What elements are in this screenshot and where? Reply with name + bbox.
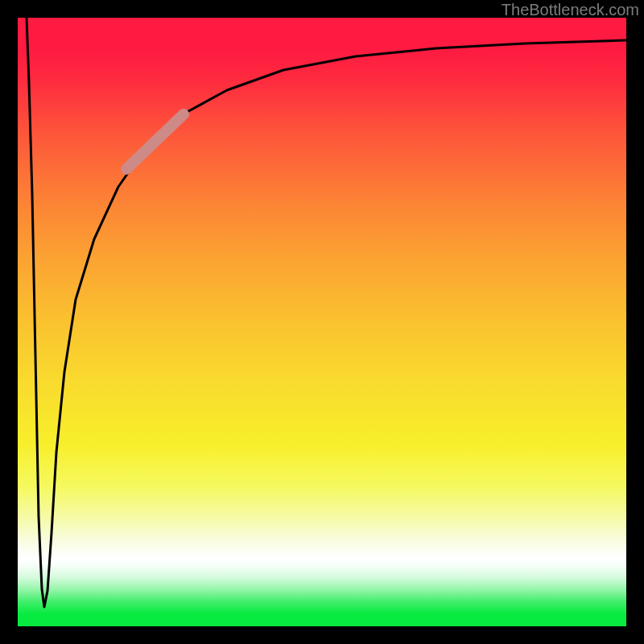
bottleneck-curve — [27, 18, 626, 607]
highlight-segment — [126, 114, 184, 169]
curve-layer — [18, 18, 626, 626]
chart-canvas: TheBottleneck.com — [0, 0, 644, 644]
watermark-text: TheBottleneck.com — [502, 2, 639, 18]
